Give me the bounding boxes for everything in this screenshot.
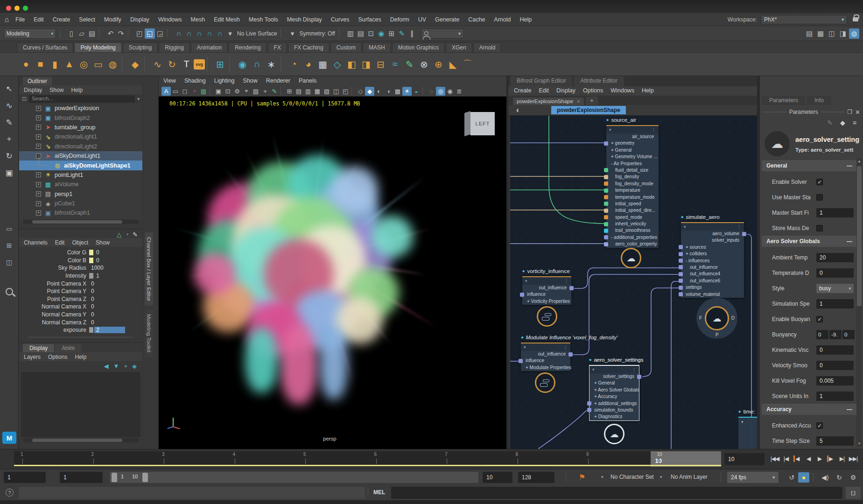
Mesh Display[interactable]: Mesh Display [287,16,322,23]
script-editor-icon[interactable]: {;} [846,487,861,499]
channel-value-field[interactable]: 2 [94,327,125,333]
port-square[interactable] [604,229,608,233]
parameter-checkbox[interactable]: ✓ [816,179,823,185]
step-forward-key-button[interactable]: ▶ [825,451,836,466]
graph-back-button[interactable]: ‹ [512,106,523,114]
channel-row[interactable]: Sky Radius 1000 [19,264,142,272]
shelf-combine-icon[interactable]: ◧ [344,56,359,72]
add-tab-button[interactable]: + [586,97,598,105]
Help[interactable]: Help [75,354,86,360]
menu-set-dropdown[interactable]: Modeling▾ [4,28,56,39]
port-square[interactable] [569,286,574,290]
character-set-chevron2-icon[interactable]: ▾ [660,475,662,479]
node-port[interactable]: + geometry [606,140,659,147]
File[interactable]: File [15,16,25,23]
range-slider[interactable]: 1 10 [110,472,478,483]
snap-view-icon[interactable]: ∩ [215,28,225,39]
node-port[interactable]: + Vorticity Properties [522,298,571,305]
live-surface-label[interactable]: No Live Surface [235,28,279,39]
scale-tool[interactable]: ▣ [2,166,16,180]
shelf-quad-draw-icon[interactable]: ✎ [402,56,417,72]
shaded-icon[interactable]: ◆ [365,87,374,96]
safe-title-icon[interactable]: ◰ [341,87,350,96]
axis-icon[interactable]: + [260,87,270,96]
node-title-time[interactable]: time: [738,409,755,414]
Animation[interactable]: Animation [191,42,228,52]
node-title-aero-solver-settings[interactable]: aero_solver_settings [589,357,644,363]
node-port[interactable]: + Aero Solver Globals [589,387,639,393]
outliner-item[interactable]: + ▣ bifrostGraph2 [19,113,142,122]
node-aero-solver-settings[interactable]: ▾⋮ solver_settings + General [589,365,639,421]
node-port[interactable]: + Geometry Volume ... [606,154,659,160]
Mesh Tools[interactable]: Mesh Tools [249,16,278,23]
Bifrost Graph Editor[interactable]: Bifrost Graph Editor [510,76,572,86]
outliner-item[interactable]: + ⇘ directionalLight1 [19,132,142,141]
channel-row[interactable]: Color G 0 [19,249,142,257]
node-time[interactable]: ▾ [738,417,759,449]
Show[interactable]: Show [49,87,63,93]
vorticity-influence-badge[interactable] [537,306,557,327]
Modify[interactable]: Modify [104,16,121,23]
parameter-field[interactable]: 0 [816,361,854,370]
port-square[interactable] [679,272,683,276]
go-to-end-button[interactable]: ▶▶| [848,451,859,466]
help-icon[interactable]: ? [6,489,14,497]
Select[interactable]: Select [79,16,95,23]
node-port[interactable]: speed_mode [606,214,659,221]
node-port[interactable]: + additional_settings [589,400,639,407]
node-port[interactable]: solver_inputs [681,237,744,244]
parameter-field[interactable]: 1 [816,299,854,308]
Show[interactable]: Show [96,239,110,246]
node-port[interactable]: out_influence6 [681,278,744,284]
workspace-dropdown[interactable]: PhX*▾ [761,15,847,24]
node-port[interactable]: + colliders [681,251,744,257]
node-port[interactable]: fluid_detail_size [606,167,659,174]
render-view[interactable]: 00:17:26 1436x1458 | CPU | samples 5/0/0… [159,97,506,449]
parameters-scrollbar[interactable]: ▲▼ [856,158,862,447]
shelf-mash-dynamics-icon[interactable]: ◇ [330,56,344,72]
node-vorticity-influence[interactable]: ▾⋮ out_influence influence [522,276,571,305]
sidebar-tool-settings-icon[interactable]: ▦ [815,28,826,39]
layer-stack-icon[interactable]: ≣ [455,87,464,96]
section-header[interactable]: Aero Solver Globals— [762,236,857,247]
auto-key-icon[interactable]: ● [798,472,809,483]
Rigging[interactable]: Rigging [159,42,190,52]
port-square[interactable] [679,279,683,283]
paint-select-tool[interactable]: ✎ [2,115,16,129]
section-header[interactable]: General— [762,160,857,171]
playback-end-field[interactable]: 10 [483,472,512,483]
shelf-separate-icon[interactable]: ◨ [359,56,373,72]
node-port[interactable]: out_influence [681,264,744,271]
channel-row[interactable]: Intensity 1 [19,272,142,280]
shelf-polyCylinder-icon[interactable]: ▮ [48,56,62,72]
port-square[interactable] [604,215,608,219]
node-port[interactable]: simulation_bounds [589,407,639,413]
aero-solver-settings-badge[interactable]: ☁ [604,424,624,444]
port-square[interactable] [679,292,683,296]
node-title-simulate-aero[interactable]: simulate_aero [681,214,720,220]
mute-audio-icon[interactable]: ◀⟩ [820,472,831,483]
view-cube[interactable]: LEFT [464,112,495,135]
outliner-item[interactable]: + ▣ bifrostGraph1 [19,208,142,217]
node-port[interactable]: + Diagnostics [589,413,639,420]
step-back-frame-button[interactable]: |◀ [780,451,792,466]
channel-value-field[interactable]: 1000 [89,265,120,271]
Arnold[interactable]: Arnold [494,16,511,23]
breadcrumb[interactable]: powderExplosionShape [551,106,626,114]
channel-value-field[interactable]: 0 [94,257,125,264]
node-port[interactable]: influence [522,291,571,298]
grid-icon[interactable]: ⊞ [285,87,294,96]
node-title-vorticity-influence[interactable]: vorticity_influence [522,268,570,274]
expand-icon[interactable]: + [36,172,41,177]
shelf-type-tool-icon[interactable]: T [179,56,194,72]
port-square[interactable] [604,222,608,226]
Options[interactable]: Options [48,354,67,360]
layout-single-pane[interactable]: ▭ [2,222,16,236]
outliner-item[interactable]: + ◈ pCube1 [19,199,142,208]
port-square[interactable] [568,352,573,357]
character-set-chevron-icon[interactable]: ▾ [601,475,603,479]
Poly Modeling[interactable]: Poly Modeling [74,42,121,52]
expand-icon[interactable]: + [36,106,41,111]
parameter-checkbox[interactable]: ✓ [816,422,823,429]
parameter-field[interactable]: 1 [816,208,854,217]
